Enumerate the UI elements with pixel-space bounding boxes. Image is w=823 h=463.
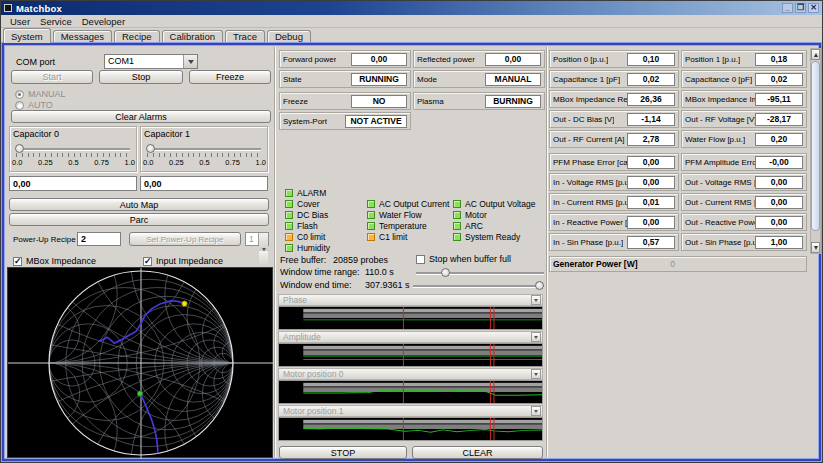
clear-alarms-button[interactable]: Clear Alarms xyxy=(11,110,271,123)
recipe-spinner[interactable]: 1 xyxy=(245,232,269,246)
recipe-spinner-value: 1 xyxy=(246,233,258,245)
menu-user[interactable]: User xyxy=(5,16,35,27)
mbox-impedance-checkbox[interactable]: MBox Impedance xyxy=(13,256,96,266)
scrollbar-thumb[interactable] xyxy=(811,61,820,231)
led-indicator xyxy=(367,233,375,241)
window-end-time-slider[interactable] xyxy=(413,285,544,287)
set-power-up-recipe-button[interactable]: Set Power-Up Recipe xyxy=(129,232,241,246)
close-icon[interactable]: ✕ xyxy=(808,3,819,13)
power-up-recipe-field[interactable]: 2 xyxy=(77,232,121,246)
radio-icon xyxy=(15,101,24,110)
chevron-down-icon[interactable] xyxy=(183,55,197,68)
led-indicator xyxy=(285,189,293,197)
auto-radio[interactable]: AUTO xyxy=(15,100,53,110)
field-out-dc-bias: Out - DC Bias [V]-1,14 xyxy=(549,110,679,128)
generator-power-label: Generator Power [W] xyxy=(553,259,638,269)
led-indicator xyxy=(453,233,461,241)
led-alarm: ALARM xyxy=(285,188,326,198)
tab-debug[interactable]: Debug xyxy=(267,30,311,43)
led-indicator xyxy=(367,200,375,208)
freeze-button[interactable]: Freeze xyxy=(189,70,271,84)
scrollbar-up-icon[interactable] xyxy=(811,49,820,60)
in-voltage-rms-value: 0,00 xyxy=(627,176,675,189)
led-dc-bias: DC Bias xyxy=(285,210,328,220)
tab-messages[interactable]: Messages xyxy=(53,30,112,43)
field-out-reactive-power: Out - Reactive Power [p.u.]0,00 xyxy=(681,213,807,231)
field-capacitance-0: Capacitance 0 [pF]0,02 xyxy=(681,70,807,88)
led-c1-limit: C1 limit xyxy=(367,232,407,242)
pfm-amplitude-error-value: -0,00 xyxy=(755,156,803,169)
window-end-time-slider-thumb[interactable] xyxy=(535,281,544,290)
field-in-voltage-rms: In - Voltage RMS [p.u.]0,00 xyxy=(549,173,679,191)
window-time-range-value: 110.0 s xyxy=(365,267,394,277)
led-c0-limit: C0 limit xyxy=(285,232,325,242)
plot-menu-button[interactable] xyxy=(531,295,541,305)
field-out-current-rms: Out - Current RMS [p.u.]0,00 xyxy=(681,193,807,211)
mode-value: MANUAL xyxy=(485,73,541,86)
plot-phase xyxy=(278,306,543,330)
out-reactive-power-value: 0,00 xyxy=(755,216,803,229)
trace-stop-button[interactable]: STOP xyxy=(279,446,407,459)
menu-service[interactable]: Service xyxy=(35,16,77,27)
com-port-label: COM port xyxy=(16,57,55,67)
capacitor-0-value-field[interactable]: 0,00 xyxy=(9,176,137,191)
window-time-range-slider-thumb[interactable] xyxy=(441,268,450,277)
checkbox-checked-icon xyxy=(13,257,22,266)
free-buffer-label: Free buffer: xyxy=(280,255,326,265)
field-out-rf-current: Out - RF Current [A]2,78 xyxy=(549,130,679,148)
field-in-current-rms: In - Current RMS [p.u.]0,01 xyxy=(549,193,679,211)
plot-menu-button[interactable] xyxy=(531,369,541,379)
led-motor: Motor xyxy=(453,210,487,220)
field-mode: Mode MANUAL xyxy=(413,70,545,88)
com-port-select[interactable]: COM1 xyxy=(104,54,198,69)
tab-system[interactable]: System xyxy=(3,28,51,43)
plot-menu-button[interactable] xyxy=(531,406,541,416)
field-mbox-impedance-im: MBox Impedance Im [Ohm]-95,11 xyxy=(681,90,807,108)
window-end-time-value: 307.9361 s xyxy=(365,280,410,290)
auto-map-button[interactable]: Auto Map xyxy=(9,198,269,211)
water-flow-value: 0,20 xyxy=(755,133,803,146)
field-freeze: Freeze NO xyxy=(279,92,411,110)
led-indicator xyxy=(453,222,461,230)
generator-power-row: Generator Power [W] 0 xyxy=(549,256,807,272)
out-rf-voltage-value: -28,17 xyxy=(755,113,803,126)
middle-panel: Forward power 0,00 Reflected power 0,00 … xyxy=(277,48,546,460)
capacitor-1-title: Capacitor 1 xyxy=(144,129,190,139)
trace-clear-button[interactable]: CLEAR xyxy=(412,446,543,459)
capacitor-1-slider[interactable] xyxy=(147,148,261,150)
capacitor-0-tick-labels: 0.0 0.25 0.5 0.75 1.0 xyxy=(12,158,135,167)
maximize-icon[interactable]: ❐ xyxy=(795,3,806,13)
plot-motor-position-0 xyxy=(278,380,543,404)
capacitor-1-value-field[interactable]: 0,00 xyxy=(140,176,268,191)
menu-developer[interactable]: Developer xyxy=(77,16,130,27)
capacitor-0-slider[interactable] xyxy=(16,148,130,150)
manual-radio[interactable]: MANUAL xyxy=(15,89,66,99)
capacitor-1-slider-thumb[interactable] xyxy=(146,144,155,153)
stop-button[interactable]: Stop xyxy=(99,70,183,84)
input-impedance-checkbox[interactable]: Input Impedance xyxy=(143,256,223,266)
position-1-value: 0,18 xyxy=(755,53,803,66)
parc-button[interactable]: Parc xyxy=(9,213,269,226)
pfm-phase-error-value: 0,00 xyxy=(627,156,675,169)
capacitor-1-ticks xyxy=(147,153,262,157)
plot-menu-button[interactable] xyxy=(531,332,541,342)
checkbox-checked-icon xyxy=(143,257,152,266)
start-button[interactable]: Start xyxy=(11,70,93,84)
capacitor-0-slider-thumb[interactable] xyxy=(15,144,24,153)
led-indicator xyxy=(285,222,293,230)
stop-when-buffer-full-checkbox[interactable]: Stop when buffer full xyxy=(416,254,511,264)
plot-amplitude xyxy=(278,343,543,367)
plot-header-motor-position-1: Motor position 1 xyxy=(278,405,543,417)
minimize-icon[interactable]: _ xyxy=(782,3,793,13)
window-time-range-slider[interactable] xyxy=(416,272,544,274)
field-out-rf-voltage: Out - RF Voltage [V]-28,17 xyxy=(681,110,807,128)
led-indicator xyxy=(367,222,375,230)
window-title: Matchbox xyxy=(16,3,62,14)
led-indicator xyxy=(285,233,293,241)
tab-recipe[interactable]: Recipe xyxy=(114,30,160,43)
tab-trace[interactable]: Trace xyxy=(225,30,265,43)
right-panel-scrollbar[interactable] xyxy=(810,48,821,254)
tab-calibration[interactable]: Calibration xyxy=(162,30,223,43)
state-value: RUNNING xyxy=(351,73,407,86)
scrollbar-down-icon[interactable] xyxy=(811,242,820,253)
